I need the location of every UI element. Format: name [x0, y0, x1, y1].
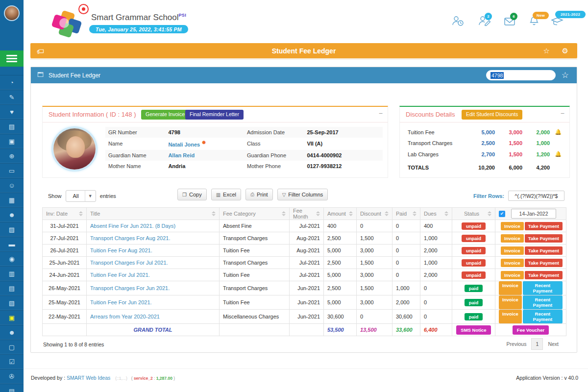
picture-icon[interactable]: ▨ — [0, 222, 24, 237]
field-value-guardian-name[interactable]: Allan Reid — [165, 150, 244, 161]
column-header-discount[interactable]: Discount — [357, 208, 392, 220]
sort-icon[interactable] — [79, 211, 83, 217]
final-reminder-letter-button[interactable]: Final Reminder Letter — [185, 110, 244, 120]
contact-card-icon[interactable]: ▣ — [0, 134, 24, 148]
column-header-fee-month[interactable]: Fee Month — [290, 208, 324, 220]
cell-title[interactable]: Tuition Fee For Jul 2021. — [87, 269, 220, 281]
search-input[interactable]: 4798 — [486, 70, 556, 80]
sort-icon[interactable] — [349, 211, 353, 217]
excel-icon[interactable]: ▥ Excel — [211, 189, 241, 200]
heartbeat-icon[interactable]: ♥ — [0, 104, 24, 119]
calendar-icon[interactable]: ▦ — [0, 193, 24, 207]
settings-star-icon[interactable]: ✺ — [202, 140, 206, 145]
column-header-dues[interactable]: Dues — [420, 208, 452, 220]
pagination-page-1[interactable]: 1 — [531, 338, 543, 350]
payment-button[interactable]: Take Payment — [525, 234, 563, 243]
payment-button[interactable]: Take Payment — [525, 222, 563, 230]
id-card-icon[interactable]: ▤ — [0, 119, 24, 134]
column-header-inv-date[interactable]: Inv: Date — [43, 208, 87, 220]
generate-invoice-button[interactable]: Generate Invoice — [141, 110, 189, 120]
cell-title[interactable]: Transport Charges For Aug 2021. — [87, 232, 220, 245]
money-bag-icon[interactable]: ◉ — [0, 251, 24, 266]
payment-button[interactable]: Take Payment — [525, 259, 563, 267]
edit-student-discounts-button[interactable]: Edit Student Discounts — [462, 110, 522, 120]
invoice-title-link[interactable]: Tuition Fee For Jun 2021. — [90, 299, 152, 305]
fee-chat-icon[interactable]: ▣ — [0, 310, 24, 325]
graduation-cap-icon[interactable]: 2021-2022 — [550, 16, 563, 27]
user-edit-icon[interactable]: 2 — [478, 16, 491, 27]
gear-icon[interactable]: ⚙ — [562, 47, 568, 55]
avatar[interactable] — [4, 5, 20, 21]
alert-bell-icon[interactable] — [552, 138, 564, 148]
report-icon[interactable]: ▤ — [0, 384, 24, 392]
invoice-date-input[interactable]: 14-Jan-2022 — [511, 209, 556, 219]
pagination-previous[interactable]: Previous — [502, 341, 532, 347]
invoice-title-link[interactable]: Tuition Fee For Aug 2021. — [90, 247, 152, 253]
invoice-button[interactable]: Invoice — [499, 310, 522, 323]
invoice-title-link[interactable]: Absent Fine For Jun 2021. (8 Days) — [90, 223, 175, 229]
speedometer-icon[interactable]: ◔ — [0, 75, 24, 90]
briefcase-icon[interactable]: ▭ — [0, 163, 24, 178]
invoice-title-link[interactable]: Transport Charges For Jul 2021. — [90, 260, 168, 266]
column-header-status[interactable]: Status — [452, 208, 495, 220]
cell-title[interactable]: Absent Fine For Jun 2021. (8 Days) — [87, 220, 220, 232]
column-header-fee-category[interactable]: Fee Category — [220, 208, 290, 220]
invoice-title-link[interactable]: Transport Charges For Jun 2021. — [90, 285, 170, 291]
menu-toggle-icon[interactable] — [0, 50, 24, 67]
fee-voucher-button[interactable]: Fee Voucher — [513, 325, 549, 335]
developer-link[interactable]: SMART Web Ideas — [67, 375, 110, 381]
payment-button[interactable]: Recent Payment — [523, 310, 563, 323]
books-icon[interactable]: ▧ — [0, 295, 24, 310]
cell-title[interactable]: Tuition Fee For Jun 2021. — [87, 295, 220, 310]
globe-icon[interactable]: ⊕ — [0, 148, 24, 163]
sort-icon[interactable] — [488, 211, 491, 217]
collapse-icon[interactable]: − — [561, 109, 564, 117]
users-icon[interactable]: ☻ — [0, 325, 24, 340]
payment-button[interactable]: Take Payment — [525, 246, 563, 255]
cell-title[interactable]: Transport Charges For Jun 2021. — [87, 281, 220, 295]
copy-icon[interactable]: ❐ Copy — [177, 189, 207, 200]
sort-icon[interactable] — [444, 211, 448, 217]
sort-icon[interactable] — [385, 211, 389, 217]
user-edit-icon[interactable]: ✎ — [0, 90, 24, 104]
user-icon[interactable]: ☺ — [0, 178, 24, 193]
invoice-button[interactable]: Invoice — [501, 259, 524, 267]
field-value-student-name[interactable]: Natali Jones✺ — [165, 138, 244, 150]
sort-icon[interactable] — [316, 211, 320, 217]
invoice-title-link[interactable]: Arrears from Year 2020-2021 — [90, 314, 160, 319]
invoice-title-link[interactable]: Transport Charges For Aug 2021. — [90, 235, 170, 241]
column-header-title[interactable]: Title — [87, 208, 220, 220]
truck-icon[interactable]: ▬ — [0, 237, 24, 251]
list-icon[interactable]: ▤ — [0, 281, 24, 295]
invoice-button[interactable]: Invoice — [501, 246, 524, 255]
filter-icon[interactable]: ▽ Filter Columns — [277, 189, 328, 200]
payment-button[interactable]: Take Payment — [525, 271, 563, 279]
sms-notice-button[interactable]: SMS Notice — [456, 325, 490, 335]
invoice-title-link[interactable]: Tuition Fee For Jul 2021. — [90, 272, 150, 278]
user-tie-icon[interactable]: ☻ — [0, 207, 24, 222]
print-icon[interactable]: ⎙ Print — [245, 189, 273, 200]
cell-title[interactable]: Tuition Fee For Aug 2021. — [87, 245, 220, 257]
sort-icon[interactable] — [413, 211, 416, 217]
select-all-checkbox[interactable]: ✔ — [499, 211, 505, 217]
cell-title[interactable]: Arrears from Year 2020-2021 — [87, 310, 220, 324]
column-header-amount[interactable]: Amount — [324, 208, 357, 220]
collapse-icon[interactable]: − — [379, 109, 383, 117]
clipboard-check-icon[interactable]: ☑ — [0, 354, 24, 369]
pagination-next[interactable]: Next — [543, 341, 564, 347]
invoice-button[interactable]: Invoice — [501, 222, 524, 230]
invoice-button[interactable]: Invoice — [501, 271, 524, 279]
alert-bell-icon[interactable]: 🔔 — [552, 148, 564, 160]
payment-button[interactable]: Recent Payment — [523, 281, 563, 295]
sort-icon[interactable] — [282, 211, 286, 217]
bank-icon[interactable]: ▥ — [0, 266, 24, 281]
cell-title[interactable]: Transport Charges For Jul 2021. — [87, 257, 220, 269]
favorite-star-icon[interactable]: ☆ — [543, 47, 550, 55]
inbox-icon[interactable]: ▢ — [0, 340, 24, 354]
alert-bell-icon[interactable]: 🔔 — [552, 126, 564, 138]
invoice-button[interactable]: Invoice — [501, 234, 524, 243]
user-activity-icon[interactable] — [452, 16, 465, 27]
column-header-paid[interactable]: Paid — [392, 208, 420, 220]
record-indicator-icon[interactable] — [78, 4, 89, 14]
bell-icon[interactable]: New — [528, 16, 541, 27]
